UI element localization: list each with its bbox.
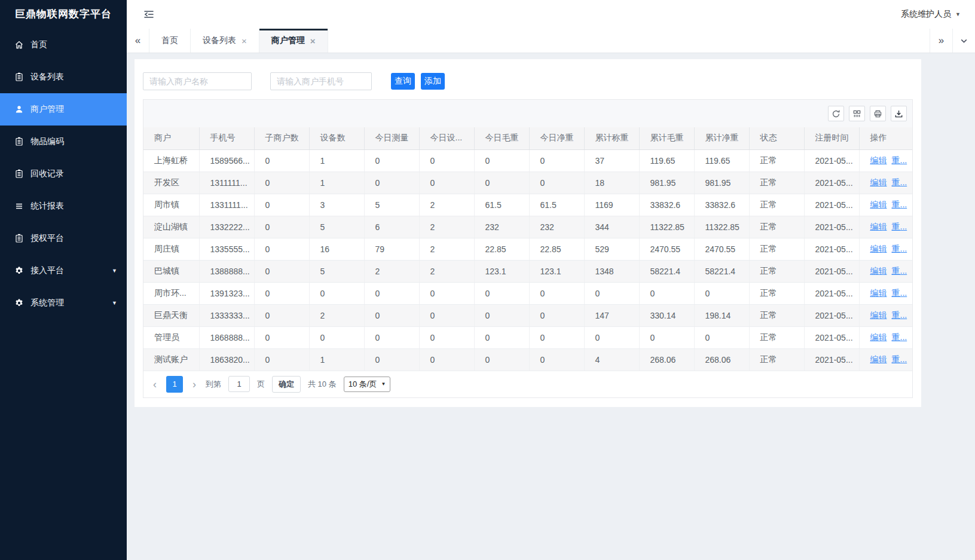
chevron-down-icon: ▼	[112, 268, 117, 274]
actions-cell: 编辑重...	[859, 326, 912, 348]
cell-value: 0	[375, 178, 380, 188]
cell-value: 0	[540, 355, 545, 365]
page-size-select[interactable]: 10 条/页 ▼	[344, 377, 391, 392]
table-cell: 119.65	[694, 149, 749, 172]
reset-link[interactable]: 重...	[892, 222, 907, 231]
cell-value: 0	[265, 289, 270, 298]
cell-value: 2	[375, 267, 380, 276]
reset-link[interactable]: 重...	[892, 332, 907, 342]
next-page-icon[interactable]: ›	[190, 379, 198, 390]
table-cell: 0	[529, 172, 584, 194]
cell-value: 0	[430, 289, 435, 298]
cell-value: 2021-05...	[815, 200, 853, 210]
reset-link[interactable]: 重...	[892, 310, 907, 320]
column-header[interactable]: 今日净重	[529, 127, 584, 149]
table-cell: 2021-05...	[804, 326, 859, 348]
cell-value: 529	[595, 244, 609, 254]
reset-link[interactable]: 重...	[892, 200, 907, 209]
column-header[interactable]: 今日毛重	[474, 127, 529, 149]
confirm-page-button[interactable]: 确定	[272, 376, 301, 393]
print-icon[interactable]	[870, 106, 886, 121]
tabs-scroll-right-icon[interactable]: »	[930, 29, 952, 53]
column-header[interactable]: 状态	[749, 127, 804, 149]
merchant-name-input[interactable]	[143, 72, 252, 90]
export-icon[interactable]	[891, 106, 907, 121]
column-header[interactable]: 今日测量	[364, 127, 419, 149]
close-icon[interactable]: ×	[310, 36, 316, 45]
edit-link[interactable]: 编辑	[870, 222, 887, 231]
sidebar-item-item-code[interactable]: 物品编码	[0, 126, 127, 158]
sidebar-item-recycle-records[interactable]: 回收记录	[0, 158, 127, 190]
close-icon[interactable]: ×	[242, 36, 247, 45]
cell-value: 2	[430, 222, 435, 232]
reset-link[interactable]: 重...	[892, 288, 907, 298]
sidebar-item-access-platform[interactable]: 接入平台▼	[0, 255, 127, 287]
reset-link[interactable]: 重...	[892, 178, 907, 187]
column-header[interactable]: 累计毛重	[639, 127, 694, 149]
edit-link[interactable]: 编辑	[870, 244, 887, 253]
tab-merchant-management[interactable]: 商户管理×	[259, 29, 328, 53]
table-cell: 2021-05...	[804, 304, 859, 326]
tabs-menu-icon[interactable]	[952, 29, 975, 53]
cell-value: 1348	[595, 267, 614, 276]
edit-link[interactable]: 编辑	[870, 178, 887, 187]
query-button[interactable]: 查询	[391, 73, 415, 90]
user-menu[interactable]: 系统维护人员 ▼	[901, 9, 961, 20]
prev-page-icon[interactable]: ‹	[151, 379, 159, 390]
add-button[interactable]: 添加	[421, 73, 445, 90]
refresh-icon[interactable]	[828, 106, 844, 121]
column-header[interactable]: 注册时间	[804, 127, 859, 149]
cell-value: 268.06	[650, 355, 676, 365]
tab-device-list[interactable]: 设备列表×	[191, 29, 259, 53]
goto-page-input[interactable]	[228, 376, 250, 392]
cell-value: 11322.85	[650, 222, 684, 232]
sidebar-item-label: 接入平台	[30, 265, 64, 276]
edit-link[interactable]: 编辑	[870, 288, 887, 298]
sidebar-item-merchant-management[interactable]: 商户管理	[0, 93, 127, 126]
merchant-phone-input[interactable]	[270, 72, 372, 90]
table-cell: 0	[694, 326, 749, 348]
cell-value: 5	[320, 222, 325, 232]
cell-value: 2021-05...	[815, 178, 853, 188]
column-header[interactable]: 设备数	[309, 127, 364, 149]
sidebar-item-authorization-platform[interactable]: 授权平台	[0, 222, 127, 255]
edit-link[interactable]: 编辑	[870, 354, 887, 364]
edit-link[interactable]: 编辑	[870, 332, 887, 342]
cell-value: 22.85	[485, 244, 506, 254]
tabs-scroll-left-icon[interactable]: «	[127, 29, 149, 53]
cell-value: 0	[265, 200, 270, 210]
sidebar-item-home[interactable]: 首页	[0, 29, 127, 61]
column-header[interactable]: 商户	[143, 127, 199, 149]
column-header[interactable]: 累计净重	[694, 127, 749, 149]
menu-fold-icon[interactable]	[143, 10, 154, 19]
sidebar-item-statistics-report[interactable]: 统计报表	[0, 190, 127, 222]
page-number-button[interactable]: 1	[166, 376, 183, 393]
reset-link[interactable]: 重...	[892, 266, 907, 276]
edit-link[interactable]: 编辑	[870, 155, 887, 165]
table-cell: 330.14	[639, 304, 694, 326]
column-header[interactable]: 操作	[859, 127, 912, 149]
columns-icon[interactable]	[849, 106, 865, 121]
column-header[interactable]: 子商户数	[254, 127, 309, 149]
column-header[interactable]: 今日设...	[419, 127, 474, 149]
edit-link[interactable]: 编辑	[870, 266, 887, 276]
content-area: 查询 添加	[127, 53, 975, 560]
cell-value: 58221.4	[705, 267, 736, 276]
edit-link[interactable]: 编辑	[870, 200, 887, 209]
reset-link[interactable]: 重...	[892, 354, 907, 364]
edit-link[interactable]: 编辑	[870, 310, 887, 320]
sidebar-item-device-list[interactable]: 设备列表	[0, 61, 127, 93]
column-header[interactable]: 累计称重	[584, 127, 639, 149]
table-cell: 1391323...	[199, 282, 254, 304]
tab-home[interactable]: 首页	[149, 29, 191, 53]
cell-value: 正常	[760, 200, 777, 209]
column-header[interactable]: 手机号	[199, 127, 254, 149]
table-cell: 2	[309, 304, 364, 326]
cell-value: 0	[650, 289, 655, 298]
table-cell: 1335555...	[199, 238, 254, 260]
cell-value: 巴城镇	[154, 266, 179, 276]
reset-link[interactable]: 重...	[892, 244, 907, 253]
reset-link[interactable]: 重...	[892, 155, 907, 165]
table-row: 开发区1311111...01000018981.95981.95正常2021-…	[143, 172, 912, 194]
sidebar-item-system-management[interactable]: 系统管理▼	[0, 287, 127, 319]
